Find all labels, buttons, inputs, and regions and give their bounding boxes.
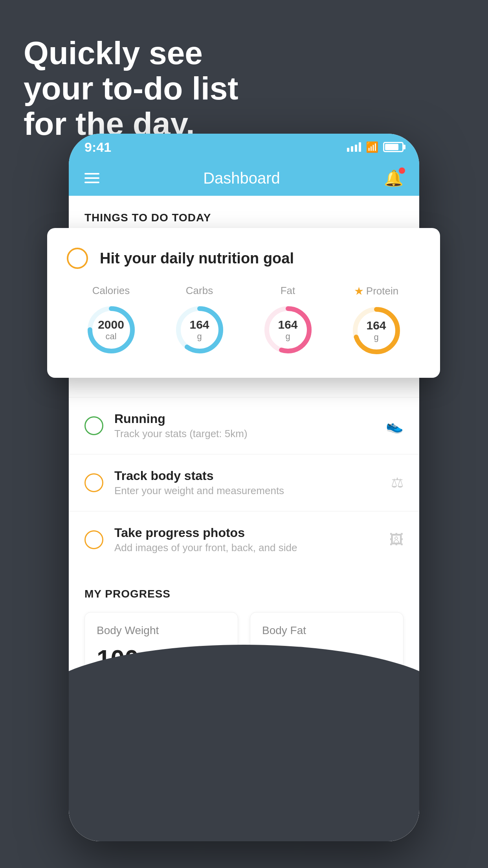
calories-center: 2000 cal bbox=[98, 318, 124, 342]
nutrition-goal-circle bbox=[67, 248, 88, 269]
todo-title-photos: Take progress photos bbox=[114, 526, 378, 540]
carbs-center: 164 g bbox=[189, 318, 209, 342]
todo-subtitle-running: Track your stats (target: 5km) bbox=[114, 428, 375, 440]
protein-center: 164 g bbox=[366, 319, 386, 342]
nav-bar: Dashboard 🔔 bbox=[69, 160, 419, 196]
fat-unit: g bbox=[285, 331, 290, 341]
body-fat-title: Body Fat bbox=[262, 624, 391, 637]
bell-notification-dot bbox=[399, 167, 405, 174]
protein-unit: g bbox=[374, 332, 378, 342]
protein-label-group: ★ Protein bbox=[354, 285, 398, 298]
card-header: Hit your daily nutrition goal bbox=[67, 248, 420, 269]
hamburger-menu[interactable] bbox=[84, 173, 99, 183]
todo-circle-running bbox=[84, 416, 103, 435]
todo-text-running: Running Track your stats (target: 5km) bbox=[114, 412, 375, 440]
nav-title: Dashboard bbox=[203, 169, 280, 187]
wifi-icon: 📶 bbox=[366, 141, 378, 153]
carbs-donut: 164 g bbox=[172, 302, 227, 357]
signal-icon bbox=[347, 142, 361, 152]
nutrition-circles: Calories 2000 cal Carbs bbox=[67, 285, 420, 358]
fat-label: Fat bbox=[281, 285, 295, 297]
protein-label: Protein bbox=[366, 285, 398, 297]
calories-value: 2000 bbox=[98, 318, 124, 331]
protein-star-icon: ★ bbox=[354, 285, 364, 298]
carbs-unit: g bbox=[197, 331, 202, 341]
calories-unit: cal bbox=[105, 331, 116, 341]
todo-title-running: Running bbox=[114, 412, 375, 426]
headline-line2: your to-do list bbox=[24, 70, 238, 106]
todo-item-running[interactable]: Running Track your stats (target: 5km) 👟 bbox=[69, 397, 419, 454]
progress-header: MY PROGRESS bbox=[84, 588, 404, 600]
floating-nutrition-card: Hit your daily nutrition goal Calories 2… bbox=[47, 228, 440, 378]
status-icons: 📶 bbox=[347, 141, 404, 153]
running-icon: 👟 bbox=[386, 417, 404, 434]
headline: Quickly see your to-do list for the day. bbox=[24, 35, 238, 142]
todo-item-body-stats[interactable]: Track body stats Enter your weight and m… bbox=[69, 454, 419, 511]
carbs-item: Carbs 164 g bbox=[172, 285, 227, 357]
calories-donut: 2000 cal bbox=[84, 302, 139, 357]
todo-subtitle-photos: Add images of your front, back, and side bbox=[114, 542, 378, 554]
things-today-header: THINGS TO DO TODAY bbox=[69, 196, 419, 232]
fat-item: Fat 164 g bbox=[261, 285, 316, 357]
todo-subtitle-body-stats: Enter your weight and measurements bbox=[114, 485, 380, 497]
headline-line1: Quickly see bbox=[24, 35, 203, 71]
fat-center: 164 g bbox=[278, 318, 297, 342]
status-bar: 9:41 📶 bbox=[69, 134, 419, 160]
fat-value: 164 bbox=[278, 318, 297, 331]
calories-label: Calories bbox=[92, 285, 130, 297]
protein-value: 164 bbox=[366, 319, 386, 332]
battery-icon bbox=[383, 142, 404, 152]
status-time: 9:41 bbox=[84, 140, 111, 155]
photo-icon: 🖼 bbox=[389, 531, 404, 548]
todo-item-photos[interactable]: Take progress photos Add images of your … bbox=[69, 511, 419, 568]
todo-circle-photos bbox=[84, 530, 103, 549]
nutrition-goal-title: Hit your daily nutrition goal bbox=[100, 250, 294, 267]
carbs-label: Carbs bbox=[186, 285, 213, 297]
todo-text-photos: Take progress photos Add images of your … bbox=[114, 526, 378, 554]
todo-list: Running Track your stats (target: 5km) 👟… bbox=[69, 397, 419, 568]
todo-circle-body-stats bbox=[84, 473, 103, 492]
protein-item: ★ Protein 164 g bbox=[349, 285, 404, 358]
todo-text-body-stats: Track body stats Enter your weight and m… bbox=[114, 469, 380, 497]
todo-title-body-stats: Track body stats bbox=[114, 469, 380, 483]
dark-bg-shape bbox=[69, 645, 419, 841]
notification-bell[interactable]: 🔔 bbox=[384, 169, 404, 188]
protein-donut: 164 g bbox=[349, 303, 404, 358]
fat-donut: 164 g bbox=[261, 302, 316, 357]
carbs-value: 164 bbox=[189, 318, 209, 331]
body-weight-title: Body Weight bbox=[97, 624, 226, 637]
scale-icon: ⚖ bbox=[391, 474, 404, 491]
calories-item: Calories 2000 cal bbox=[84, 285, 139, 357]
